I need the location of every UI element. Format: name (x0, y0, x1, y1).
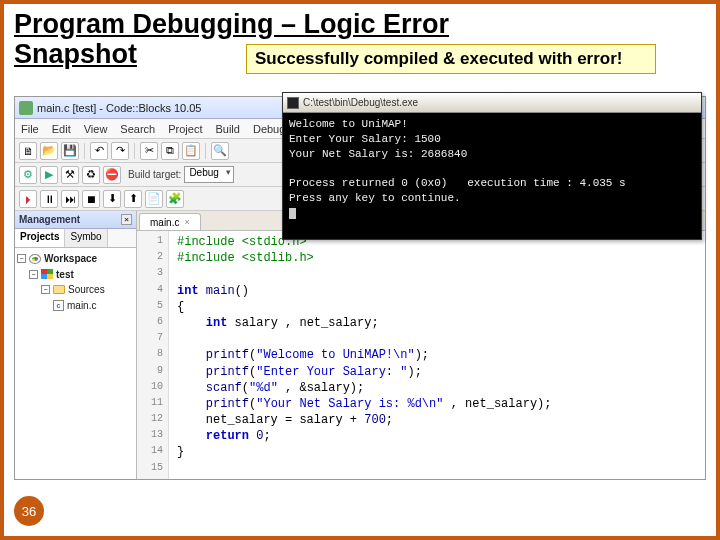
console-window[interactable]: C:\test\bin\Debug\test.exe Welcome to Un… (282, 92, 702, 240)
editor-area: main.c × 123456789101112131415 #include … (137, 211, 705, 479)
management-title: Management (19, 214, 80, 225)
ide-window-title: main.c [test] - Code::Blocks 10.05 (37, 102, 201, 114)
collapse-icon[interactable]: − (17, 254, 26, 263)
tab-projects[interactable]: Projects (15, 229, 65, 247)
console-output: Welcome to UniMAP! Enter Your Salary: 15… (283, 113, 701, 225)
build-target-select[interactable]: Debug (184, 166, 233, 183)
separator (205, 143, 206, 159)
debug-start-icon[interactable]: ⏵ (19, 190, 37, 208)
build-target-label: Build target: (128, 169, 181, 180)
abort-icon[interactable]: ⛔ (103, 166, 121, 184)
redo-icon[interactable]: ↷ (111, 142, 129, 160)
new-file-icon[interactable]: 🗎 (19, 142, 37, 160)
run-icon[interactable]: ▶ (40, 166, 58, 184)
workspace-label: Workspace (44, 251, 97, 267)
menu-project[interactable]: Project (168, 123, 202, 135)
ide-body: Management × Projects Symbo − Workspace … (15, 211, 705, 479)
management-panel: Management × Projects Symbo − Workspace … (15, 211, 137, 479)
debug-watch-icon[interactable]: 🧩 (166, 190, 184, 208)
debug-stop-icon[interactable]: ⏹ (82, 190, 100, 208)
codeblocks-icon (19, 101, 33, 115)
debug-info-icon[interactable]: 📄 (145, 190, 163, 208)
page-number: 36 (14, 496, 44, 526)
callout-banner: Successfully compiled & executed with er… (246, 44, 656, 74)
close-icon[interactable]: × (121, 214, 132, 225)
menu-build[interactable]: Build (215, 123, 239, 135)
close-tab-icon[interactable]: × (184, 217, 189, 227)
debug-next-icon[interactable]: ⏭ (61, 190, 79, 208)
debug-stepout-icon[interactable]: ⬆ (124, 190, 142, 208)
folder-icon (53, 285, 65, 294)
build-run-icon[interactable]: ⚒ (61, 166, 79, 184)
tree-project[interactable]: − test (17, 267, 134, 283)
line-gutter: 123456789101112131415 (137, 231, 169, 479)
source-code[interactable]: #include <stdio.h> #include <stdlib.h> i… (169, 231, 552, 479)
code-editor[interactable]: 123456789101112131415 #include <stdio.h>… (137, 231, 705, 479)
title-line-1: Program Debugging – Logic Error (14, 9, 449, 39)
console-title-text: C:\test\bin\Debug\test.exe (303, 97, 418, 108)
file-label: main.c (67, 298, 96, 314)
menu-search[interactable]: Search (120, 123, 155, 135)
paste-icon[interactable]: 📋 (182, 142, 200, 160)
project-icon (41, 269, 53, 279)
console-titlebar[interactable]: C:\test\bin\Debug\test.exe (283, 93, 701, 113)
slide-content: Program Debugging – Logic Error Snapshot… (14, 10, 706, 526)
tab-symbols[interactable]: Symbo (65, 229, 107, 247)
editor-tab-mainc[interactable]: main.c × (139, 213, 201, 230)
undo-icon[interactable]: ↶ (90, 142, 108, 160)
debug-pause-icon[interactable]: ⏸ (40, 190, 58, 208)
copy-icon[interactable]: ⧉ (161, 142, 179, 160)
cut-icon[interactable]: ✂ (140, 142, 158, 160)
rebuild-icon[interactable]: ♻ (82, 166, 100, 184)
project-label: test (56, 267, 74, 283)
menu-view[interactable]: View (84, 123, 108, 135)
c-file-icon: c (53, 300, 64, 311)
find-icon[interactable]: 🔍 (211, 142, 229, 160)
menu-edit[interactable]: Edit (52, 123, 71, 135)
menu-debug[interactable]: Debug (253, 123, 285, 135)
debug-stepinto-icon[interactable]: ⬇ (103, 190, 121, 208)
menu-file[interactable]: File (21, 123, 39, 135)
separator (134, 143, 135, 159)
editor-tab-label: main.c (150, 217, 179, 228)
title-line-2: Snapshot (14, 39, 137, 69)
separator (84, 143, 85, 159)
project-tree: − Workspace − test − Sources (15, 248, 136, 479)
console-icon (287, 97, 299, 109)
folder-label: Sources (68, 282, 105, 298)
tree-folder-sources[interactable]: − Sources (17, 282, 134, 298)
collapse-icon[interactable]: − (29, 270, 38, 279)
tree-workspace[interactable]: − Workspace (17, 251, 134, 267)
tree-file-mainc[interactable]: c main.c (17, 298, 134, 314)
collapse-icon[interactable]: − (41, 285, 50, 294)
management-header[interactable]: Management × (15, 211, 136, 229)
build-icon[interactable]: ⚙ (19, 166, 37, 184)
workspace-icon (29, 254, 41, 264)
open-icon[interactable]: 📂 (40, 142, 58, 160)
save-icon[interactable]: 💾 (61, 142, 79, 160)
management-tabs: Projects Symbo (15, 229, 136, 248)
